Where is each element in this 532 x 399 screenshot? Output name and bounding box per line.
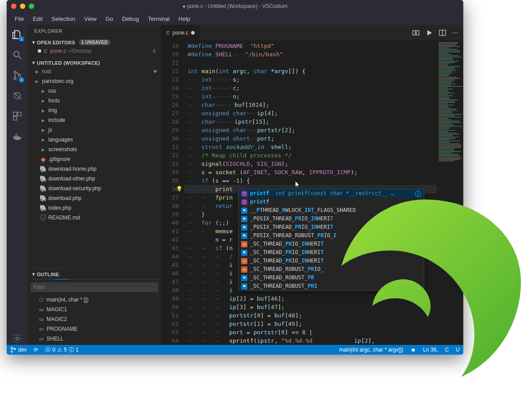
run-icon[interactable] — [426, 29, 433, 36]
suggest-label: _SC_THREAD_PRIO_INHERIT — [250, 240, 324, 248]
menu-view[interactable]: View — [81, 15, 100, 23]
info-icon[interactable]: i — [415, 191, 421, 197]
menu-selection[interactable]: Selection — [48, 15, 78, 23]
suggest-item[interactable]: ▭ _SC_THREAD_ROBUST_PRIO_ — [239, 265, 424, 274]
outline-item[interactable]: ▭MAGIC2 — [28, 314, 161, 324]
folder-item[interactable]: ▸rust — [28, 66, 161, 76]
svg-rect-8 — [18, 112, 21, 116]
svg-rect-11 — [16, 136, 17, 137]
item-label: rust — [42, 68, 51, 74]
item-label: include — [48, 117, 65, 123]
split-editor-icon[interactable] — [439, 29, 446, 36]
explorer-icon[interactable]: 1 — [11, 28, 23, 41]
suggest-item[interactable]: ⚑ _POSIX_THREAD_PRIO_INHERIT — [239, 223, 424, 231]
folder-item[interactable]: ▸screenshots — [28, 145, 161, 154]
file-item[interactable]: ◆.gitignore — [28, 154, 161, 164]
file-item[interactable]: 🐘index.php — [28, 203, 161, 213]
folder-item[interactable]: ▸languages — [28, 135, 161, 145]
language-mode[interactable]: C — [442, 345, 453, 355]
outline-item[interactable]: ▭MAGIC1 — [28, 305, 161, 314]
suggest-item[interactable]: ⚑ _SC_THREAD_ROBUST_PRI — [239, 282, 424, 290]
svg-point-20 — [11, 351, 12, 352]
suggest-item[interactable]: ▭ _SC_THREAD_PRIO_INHERIT — [239, 240, 424, 248]
file-item[interactable]: ⓘREADME.md — [28, 213, 161, 223]
item-label: .gitignore — [48, 156, 70, 162]
feedback-icon[interactable]: ☻ — [407, 345, 420, 355]
file-item[interactable]: 🐘download-security.php — [28, 184, 161, 193]
suggest-item[interactable]: ⚑ _SC_THREAD_ROBUST_PR — [239, 274, 424, 282]
menu-file[interactable]: File — [11, 15, 27, 23]
outline-header[interactable]: ▾ OUTLINE — [28, 270, 161, 278]
error-icon: ⓧ — [45, 346, 51, 354]
menu-debug[interactable]: Debug — [118, 15, 142, 23]
outline-item[interactable]: ▭PROGNAME — [28, 324, 161, 334]
method-icon: ⬡ — [241, 191, 247, 197]
encoding[interactable]: U — [452, 345, 463, 355]
outline-filter-input[interactable] — [31, 282, 158, 292]
activitybar: 1 3 — [7, 25, 28, 345]
menu-terminal[interactable]: Terminal — [144, 15, 173, 23]
docker-icon[interactable] — [11, 130, 23, 143]
suggest-item[interactable]: ⬡ printf — [239, 198, 424, 206]
window-title: ● pone.c - Untitled (Workspace) - VSCodi… — [182, 3, 287, 9]
sync-icon[interactable]: ⟳ — [30, 345, 42, 355]
folder-item[interactable]: ▸css — [28, 86, 161, 96]
info-file-icon: ⓘ — [39, 214, 47, 222]
workspace-header[interactable]: ▾ UNTITLED (WORKSPACE) — [28, 59, 161, 66]
editor-tabs: C pone.c ⋯ — [161, 25, 463, 40]
minimize-icon[interactable] — [20, 4, 25, 9]
suggest-item[interactable]: ⚑ _POSIX_THREAD_ROBUST_PRIO_I — [239, 231, 424, 240]
tab-pone-c[interactable]: C pone.c — [161, 25, 200, 40]
open-editors-header[interactable]: ▾ OPEN EDITORS 1 UNSAVED — [28, 39, 161, 46]
maximize-icon[interactable] — [29, 4, 34, 9]
file-item[interactable]: 🐘download.php — [28, 193, 161, 203]
compare-icon[interactable] — [412, 29, 419, 36]
debug-icon[interactable] — [11, 90, 23, 102]
sidebar: EXPLORER ▾ OPEN EDITORS 1 UNSAVED C pone… — [28, 25, 161, 345]
outline-item[interactable]: ⬡main(int, char * []) — [28, 295, 161, 305]
problems[interactable]: ⓧ0 ⚠5 ⓘ1 — [42, 345, 82, 355]
outline-scrollbar[interactable] — [31, 279, 158, 280]
source-control-icon[interactable]: 3 — [11, 69, 23, 82]
suggest-item[interactable]: ⬡ printfint printf(const char *__restric… — [239, 189, 424, 198]
cursor-position[interactable]: Ln 36, — [419, 345, 441, 355]
breadcrumb[interactable]: main(int argc, char * argv[]) — [336, 345, 407, 355]
lightbulb-icon[interactable]: 💡 — [176, 185, 183, 193]
php-file-icon: 🐘 — [39, 204, 47, 211]
suggest-label: _POSIX_THREAD_PRIO_INHERIT — [250, 215, 333, 223]
menu-edit[interactable]: Edit — [29, 15, 46, 23]
more-icon[interactable]: ⋯ — [452, 29, 458, 36]
menu-help[interactable]: Help — [175, 15, 194, 23]
code-editor[interactable]: 1920212223242526272829303132333435363738… — [161, 40, 463, 345]
svg-rect-13 — [16, 134, 17, 135]
field-icon: ⚑ — [241, 233, 247, 239]
minimap[interactable] — [437, 40, 463, 345]
folder-item[interactable]: ▸js — [28, 125, 161, 135]
settings-gear-icon[interactable] — [11, 332, 23, 345]
suggest-item[interactable]: ⚑ __PTHREAD_RWLOCK_INT_FLAGS_SHARED — [239, 206, 424, 215]
close-icon[interactable] — [11, 4, 16, 9]
suggest-item[interactable]: ⚑ _SC_THREAD_PRIO_INHERIT — [239, 248, 424, 257]
suggest-item[interactable]: ▭ _SC_THREAD_PRIO_INHERIT — [239, 257, 424, 265]
file-item[interactable]: 🐘download-home.php — [28, 164, 161, 174]
code-content[interactable]: #define PROGNAME‧‧‧‧"httpd"#define SHELL… — [184, 40, 437, 345]
folder-item[interactable]: ▸parrotsec.org — [28, 76, 161, 86]
suggest-widget[interactable]: ⬡ printfint printf(const char *__restric… — [238, 189, 424, 291]
item-label: download.php — [48, 195, 82, 201]
file-item[interactable]: 🐘download-other.php — [28, 174, 161, 184]
suggest-item[interactable]: ⚑ _POSIX_THREAD_PRIO_INHERIT — [239, 215, 424, 223]
outline-item[interactable]: ▭SHELL — [28, 334, 161, 344]
extensions-icon[interactable] — [11, 110, 23, 122]
folder-item[interactable]: ▸fonts — [28, 96, 161, 106]
git-branch[interactable]: dev — [7, 345, 30, 355]
suggest-label: _SC_THREAD_PRIO_INHERIT — [250, 257, 324, 265]
search-icon[interactable] — [11, 49, 23, 61]
item-label: screenshots — [48, 146, 77, 153]
folder-item[interactable]: ▸include — [28, 115, 161, 125]
enum-icon: ▭ — [241, 241, 247, 247]
item-label: img — [48, 107, 57, 113]
folder-item[interactable]: ▸img — [28, 106, 161, 115]
field-icon: ⚑ — [241, 283, 247, 289]
menu-go[interactable]: Go — [102, 15, 117, 23]
open-editor-item[interactable]: C pone.c ~/Desktop 6 — [28, 46, 161, 56]
